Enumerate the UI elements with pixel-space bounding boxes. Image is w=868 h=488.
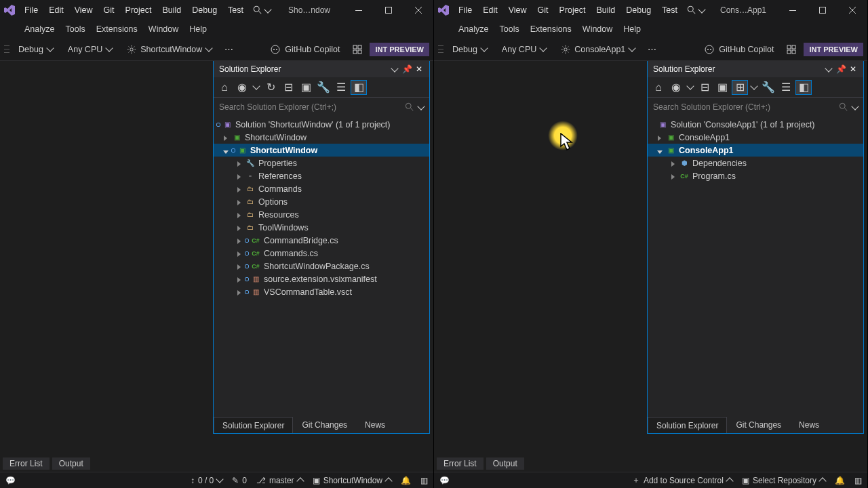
maximize-button[interactable] (374, 0, 403, 20)
platform-dropdown[interactable]: Any CPU (496, 41, 552, 58)
search-button[interactable] (683, 5, 709, 15)
window-position-icon[interactable] (390, 64, 399, 74)
search-input[interactable] (653, 102, 835, 112)
maximize-button[interactable] (808, 0, 837, 20)
pin-icon[interactable]: 📌 (402, 64, 412, 74)
menu-debug[interactable]: Debug (620, 0, 656, 20)
project-node[interactable]: ▣ShortcutWindow (214, 131, 429, 144)
menu-window[interactable]: Window (577, 20, 618, 38)
preview-icon[interactable]: ◧ (795, 80, 812, 95)
startup-dropdown[interactable]: ShortcutWindow (121, 41, 218, 58)
tree-item[interactable]: C#Program.cs (648, 169, 863, 182)
menu-project[interactable]: Project (554, 0, 591, 20)
window-position-icon[interactable] (824, 64, 833, 74)
switch-views-icon[interactable]: ◉ (234, 80, 250, 95)
menu-build[interactable]: Build (157, 0, 186, 20)
tree-item[interactable]: 🔧Properties (214, 157, 429, 169)
minimize-button[interactable] (778, 0, 808, 20)
github-copilot-button[interactable]: GitHub Copilot (264, 41, 345, 58)
tab-news[interactable]: News (356, 417, 394, 433)
menu-test[interactable]: Test (222, 0, 249, 20)
tab-git-changes[interactable]: Git Changes (727, 417, 790, 433)
menu-file[interactable]: File (453, 0, 477, 20)
menu-edit[interactable]: Edit (477, 0, 503, 20)
config-dropdown[interactable]: Debug (446, 41, 493, 58)
menu-extensions[interactable]: Extensions (525, 20, 577, 38)
collapse-all-icon[interactable]: ⊟ (696, 80, 713, 95)
chevron-down-icon[interactable] (417, 102, 425, 110)
menu-debug[interactable]: Debug (186, 0, 222, 20)
notifications-icon[interactable]: 🔔 (835, 476, 845, 485)
overflow-button[interactable]: ⋯ (644, 44, 661, 54)
menu-file[interactable]: File (19, 0, 43, 20)
search-icon[interactable] (405, 102, 414, 112)
minimize-button[interactable] (344, 0, 374, 20)
menu-test[interactable]: Test (656, 0, 683, 20)
tab-news[interactable]: News (790, 417, 828, 433)
chevron-down-icon[interactable] (252, 80, 261, 95)
tree-item[interactable]: C#CommandBridge.cs (214, 234, 429, 247)
tab-error-list[interactable]: Error List (437, 458, 484, 470)
edits-count[interactable]: ✎0 (232, 476, 247, 485)
search-icon[interactable] (839, 102, 848, 112)
layout-icon[interactable]: ▥ (854, 476, 862, 485)
menu-view[interactable]: View (69, 0, 98, 20)
branch-indicator[interactable]: ⎇master (256, 476, 303, 485)
tab-solution-explorer[interactable]: Solution Explorer (648, 417, 727, 433)
show-all-icon[interactable]: ☰ (333, 80, 349, 95)
menu-build[interactable]: Build (591, 0, 620, 20)
add-source-control[interactable]: ＋Add to Source Control (632, 474, 732, 486)
tab-error-list[interactable]: Error List (3, 458, 50, 470)
int-preview-badge[interactable]: INT PREVIEW (370, 43, 429, 56)
show-tree-icon[interactable]: ⊞ (732, 80, 748, 95)
tree-item[interactable]: 🗀Commands (214, 182, 429, 195)
tree-item[interactable]: ▥VSCommandTable.vsct (214, 285, 429, 298)
chevron-down-icon[interactable] (686, 80, 695, 95)
chevron-down-icon[interactable] (749, 80, 759, 95)
pin-icon[interactable]: 📌 (836, 64, 846, 74)
search-button[interactable] (249, 5, 275, 15)
menu-git[interactable]: Git (532, 0, 554, 20)
feedback-icon[interactable]: 💬 (439, 476, 450, 485)
tree-item[interactable]: 🗀Options (214, 195, 429, 208)
platform-dropdown[interactable]: Any CPU (62, 41, 118, 58)
close-button[interactable] (837, 0, 867, 20)
menu-help[interactable]: Help (618, 20, 646, 38)
show-all-icon[interactable]: ☰ (778, 80, 794, 95)
overflow-button[interactable]: ⋯ (220, 44, 238, 54)
menu-view[interactable]: View (503, 0, 532, 20)
chevron-down-icon[interactable] (851, 102, 859, 110)
collapse-all-icon[interactable]: ⊟ (280, 80, 296, 95)
startup-project-status[interactable]: ▣ShortcutWindow (313, 476, 391, 485)
menu-git[interactable]: Git (98, 0, 120, 20)
menu-tools[interactable]: Tools (494, 20, 524, 38)
refresh-icon[interactable]: ↻ (262, 80, 279, 95)
preview-icon[interactable]: ◧ (351, 80, 367, 95)
grip-icon[interactable] (438, 44, 443, 55)
project-node-bold[interactable]: ▣ConsoleApp1 (648, 144, 863, 157)
config-dropdown[interactable]: Debug (12, 41, 59, 58)
solution-node[interactable]: ▣Solution 'ShortcutWindow' (1 of 1 proje… (214, 118, 429, 131)
project-node[interactable]: ▣ConsoleApp1 (648, 131, 863, 144)
github-copilot-button[interactable]: GitHub Copilot (698, 41, 779, 58)
project-node-bold[interactable]: ▣ShortcutWindow (214, 144, 429, 157)
sync-icon[interactable]: ▣ (714, 80, 730, 95)
extensions-icon[interactable] (786, 44, 797, 55)
home-icon[interactable]: ⌂ (216, 80, 233, 95)
menu-project[interactable]: Project (120, 0, 157, 20)
tab-git-changes[interactable]: Git Changes (293, 417, 356, 433)
tree-item[interactable]: 🗀ToolWindows (214, 221, 429, 234)
menu-edit[interactable]: Edit (43, 0, 69, 20)
close-button[interactable] (403, 0, 433, 20)
menu-extensions[interactable]: Extensions (91, 20, 143, 38)
switch-views-icon[interactable]: ◉ (668, 80, 684, 95)
tree-item[interactable]: ⬢Dependencies (648, 157, 863, 169)
extensions-icon[interactable] (352, 44, 363, 55)
tree-item[interactable]: ▥source.extension.vsixmanifest (214, 272, 429, 285)
tab-output[interactable]: Output (486, 458, 524, 470)
close-icon[interactable]: ✕ (848, 64, 858, 74)
feedback-icon[interactable]: 💬 (5, 476, 16, 485)
menu-tools[interactable]: Tools (60, 20, 90, 38)
properties-icon[interactable]: 🔧 (760, 80, 776, 95)
menu-window[interactable]: Window (143, 20, 184, 38)
